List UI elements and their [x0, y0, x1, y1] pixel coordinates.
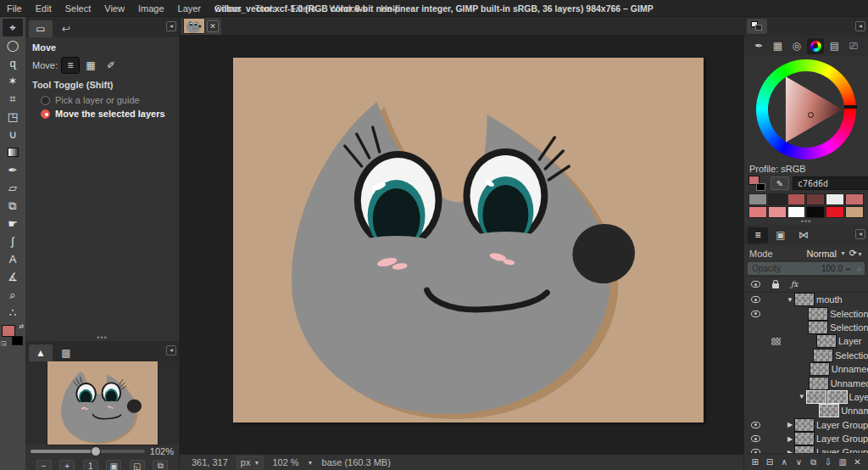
undo-history-tab[interactable]: ↩	[54, 20, 78, 37]
visibility-header-icon[interactable]	[751, 281, 760, 288]
opacity-slider[interactable]: Opacity 100.0 − +	[748, 262, 865, 275]
image-tab[interactable]: ✕	[181, 18, 221, 35]
lock-cell[interactable]	[766, 338, 785, 345]
menu-layer[interactable]: Layer	[171, 0, 209, 17]
opacity-decrement[interactable]: −	[843, 264, 854, 274]
text-tool[interactable]: A	[3, 250, 23, 268]
eraser-tool[interactable]: ▱	[3, 179, 23, 197]
mode-value[interactable]: Normal	[806, 249, 836, 259]
mode-switch-icon[interactable]: ⟳▼	[849, 248, 863, 259]
palette-swatch[interactable]	[845, 206, 864, 218]
eye-icon[interactable]	[751, 435, 760, 442]
palette-swatch[interactable]	[826, 206, 844, 218]
paths-tool[interactable]: ∫	[3, 232, 23, 250]
new-group-button[interactable]: ⊟	[763, 456, 776, 468]
visibility-cell[interactable]	[744, 296, 766, 303]
color-wheel-area[interactable]	[744, 56, 868, 163]
lock-header-icon[interactable]	[772, 283, 779, 288]
palette-swatch[interactable]	[768, 206, 787, 218]
gradients-tab[interactable]: ◎	[788, 38, 805, 54]
dock-menu-icon[interactable]: ◂	[166, 21, 176, 31]
visibility-cell[interactable]	[744, 311, 766, 317]
layer-row[interactable]: Selection	[744, 349, 868, 362]
eye-icon[interactable]	[751, 422, 760, 428]
delete-layer-button[interactable]: ✕	[851, 456, 864, 468]
palette-swatch[interactable]	[845, 193, 864, 205]
menu-filters[interactable]: Filters	[284, 0, 323, 17]
canvas-area[interactable]	[180, 36, 743, 454]
zoom-1-1-button[interactable]: 1	[83, 460, 98, 470]
expander-closed-icon[interactable]: ▶	[785, 421, 795, 428]
menu-view[interactable]: View	[97, 0, 131, 17]
clone-tool[interactable]: ⧉	[3, 197, 23, 215]
layer-row[interactable]: ▶Layer Group #6	[744, 418, 868, 432]
tool-options-tab[interactable]: ▭	[29, 20, 53, 37]
menu-image[interactable]: Image	[131, 0, 171, 17]
close-icon[interactable]: ✕	[207, 20, 219, 32]
palette-swatch[interactable]	[748, 206, 767, 218]
paintbrush-tool[interactable]: ✒	[3, 161, 23, 179]
layers-tab[interactable]: ≡	[748, 227, 768, 243]
move-path-mode[interactable]: ✐	[103, 58, 120, 73]
background-color-swatch[interactable]	[12, 336, 23, 345]
palette-swatch[interactable]	[806, 193, 825, 205]
layer-row[interactable]: ▶Layer Group #1	[744, 432, 868, 445]
visibility-cell[interactable]	[744, 449, 766, 453]
palette-swatch[interactable]	[787, 206, 806, 218]
swap-colors-icon[interactable]: ⇄	[19, 323, 24, 330]
move-layer-mode[interactable]: ≡	[62, 58, 79, 73]
device-status-tab[interactable]: ⎚	[845, 38, 862, 54]
navigation-preview-image[interactable]	[47, 361, 158, 445]
move-option-0[interactable]: Pick a layer or guide	[41, 95, 172, 105]
dock-splitter[interactable]: •••	[25, 335, 179, 341]
palette-swatch[interactable]	[768, 193, 787, 205]
menu-help[interactable]: Help	[374, 0, 407, 17]
navigation-tab[interactable]: ▲	[29, 344, 53, 361]
bucket-fill-tool[interactable]: ∪	[3, 126, 23, 143]
toolbox-fg-bg-swatches[interactable]: ⇄◲	[2, 325, 24, 345]
layer-row[interactable]: Selection copy	[744, 306, 868, 320]
effects-header-icon[interactable]: ƒx	[791, 280, 798, 288]
display-filters-tab[interactable]: ▩	[54, 344, 78, 361]
radio-checked-icon[interactable]	[41, 109, 50, 119]
layer-row[interactable]: ▼Layer Gr	[744, 390, 868, 404]
palette-swatch[interactable]	[806, 206, 825, 218]
fill-window-button[interactable]: ◱	[130, 460, 145, 470]
canvas-image[interactable]	[233, 58, 704, 422]
edit-color-button[interactable]: ✎	[771, 176, 789, 190]
palette-swatch[interactable]	[748, 193, 767, 205]
chevron-down-icon[interactable]: ▼	[840, 250, 846, 256]
smudge-tool[interactable]: ☛	[3, 215, 23, 232]
hex-color-input[interactable]	[793, 176, 868, 190]
layer-row[interactable]: ▶Layer Group #7	[744, 445, 868, 453]
shrink-wrap-button[interactable]: ⧉	[153, 460, 168, 470]
zoom-out-button[interactable]: −	[36, 460, 52, 470]
menu-select[interactable]: Select	[58, 0, 98, 17]
expander-closed-icon[interactable]: ▶	[785, 449, 795, 453]
dock-menu-icon[interactable]: ◂	[855, 229, 865, 239]
layer-row[interactable]: Layer	[744, 334, 868, 348]
expander-open-icon[interactable]: ▼	[797, 393, 807, 400]
radio-icon[interactable]	[41, 96, 50, 105]
align-tool[interactable]: ∴	[3, 304, 23, 322]
opacity-increment[interactable]: +	[854, 264, 865, 274]
fuzzy-select-tool[interactable]: ✶	[3, 72, 23, 90]
unit-dropdown[interactable]: px▼	[236, 456, 264, 469]
move-selection-mode[interactable]: ▦	[82, 58, 99, 73]
merge-down-button[interactable]: ⇩	[821, 456, 834, 468]
measure-tool[interactable]: ∡	[3, 268, 23, 286]
eye-icon[interactable]	[751, 311, 760, 317]
menu-windows[interactable]: Windows	[322, 0, 374, 17]
menu-file[interactable]: File	[0, 0, 29, 17]
zoom-in-button[interactable]: +	[59, 460, 75, 470]
free-select-tool[interactable]: ɋ	[3, 54, 23, 72]
channels-tab[interactable]: ▣	[771, 227, 791, 243]
dock-splitter[interactable]: •••	[744, 219, 868, 225]
zoom-tool[interactable]: ⌕	[3, 286, 23, 304]
eye-icon[interactable]	[751, 296, 760, 303]
colors-tab[interactable]	[807, 38, 824, 54]
lower-layer-button[interactable]: ∨	[793, 456, 805, 468]
dock-menu-icon[interactable]: ◂	[855, 21, 865, 31]
transform-tool[interactable]: ◳	[3, 108, 23, 126]
raise-layer-button[interactable]: ∧	[778, 456, 791, 468]
